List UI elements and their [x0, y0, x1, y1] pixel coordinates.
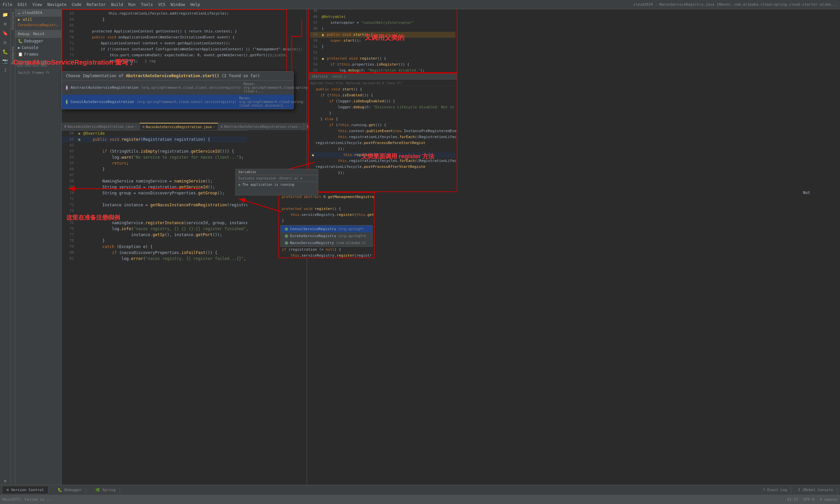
tr-line-55: 55 log.debug(0: "Registration disabled."…	[310, 68, 456, 73]
main-code-editor[interactable]: 60 ◈ @Override 61 ● public void register…	[62, 130, 247, 485]
code-line-68: 68 NamingService namingService = namingS…	[62, 178, 247, 184]
registry-eureka[interactable]: EurekaServiceRegistry (org.springfro	[281, 232, 372, 239]
jrebel-icon[interactable]: J	[1, 66, 9, 74]
tree-header: ☁ cloud2024	[15, 9, 61, 17]
bottom-tabs-bar: ≡ Version Control 🐛 Debugger 🌿 Spring ? …	[0, 485, 840, 495]
left-sidebar-icons: 📁 ⊞ 🔖 ⚙ 🐛 📷 J ≡	[0, 9, 11, 485]
bg-line-65: 65	[62, 22, 307, 29]
bra-line-2	[280, 200, 373, 206]
menu-tools[interactable]: Tools	[141, 2, 153, 7]
abstract-icon: A	[66, 86, 68, 90]
menu-code[interactable]: Code	[72, 2, 82, 7]
bra-line-7: this.serviceRegistry.register(registr	[280, 253, 373, 258]
menu-vcs[interactable]: VCS	[158, 2, 166, 7]
bookmark-icon[interactable]: 🔖	[1, 29, 9, 37]
event-log-tab[interactable]: ? Event Log	[759, 486, 791, 493]
frames-label: Frames	[24, 52, 38, 57]
menu-edit[interactable]: Edit	[18, 2, 27, 7]
tab1-close[interactable]: ×	[213, 125, 215, 129]
code-line-61: 61 ● public void register(Registration r…	[62, 137, 247, 142]
structure-icon[interactable]: ⊞	[1, 20, 9, 28]
code-line-73: 73	[62, 208, 247, 214]
code-line-64: 64 log.warn("No service to register for …	[62, 154, 247, 160]
mid-right-code: Applied class file, Bytecode version:61.…	[309, 79, 457, 177]
menu-run[interactable]: Run	[128, 2, 136, 7]
mr-line-6: if (!this.running.get()) {	[310, 122, 456, 128]
bottom-right-abstract-panel: protected abstract R getManagementRegist…	[278, 192, 375, 258]
status-encoding: UTF-8	[804, 497, 815, 502]
consul-icon: C	[66, 100, 68, 104]
impl-count: 2 found so far	[224, 73, 258, 78]
camera-icon[interactable]: 📷	[1, 57, 9, 65]
impl-consul-name: ConsulAutoServiceRegistration	[70, 100, 134, 104]
mr-line-start: public void start() {	[310, 86, 456, 92]
debugger-label: Debugger	[24, 39, 44, 43]
mr-line-10: });	[310, 146, 456, 152]
tab-abstract[interactable]: A AbstractAutoServiceRegistration.class …	[218, 123, 304, 130]
tr-line-46: 46 @Retryable(	[310, 14, 456, 20]
code-line-60: 60 ◈ @Override	[62, 130, 247, 137]
tr-line-48: 48 )	[310, 26, 456, 32]
spring-tab[interactable]: 🌿 Spring	[91, 486, 120, 493]
menu-navigate[interactable]: Navigate	[47, 2, 67, 7]
menu-view[interactable]: View	[33, 2, 42, 7]
status-right: 61:17 UTF-8 4 spaces	[787, 497, 837, 502]
menu-file[interactable]: File	[3, 2, 12, 7]
registry-consul[interactable]: ConsulServiceRegistry (org.springfr	[281, 226, 372, 232]
debug-tab-debugger[interactable]: 🐛 Debugger	[15, 38, 61, 44]
prepare-instance-annotation: 这里在准备注册实例	[66, 214, 120, 221]
project-icon[interactable]: 📁	[1, 11, 9, 19]
registry-nacos[interactable]: NacosServiceRegistry (com.alibaba.cl	[281, 239, 372, 246]
status-bar: Main3377: Failed to ... 61:17 UTF-8 4 sp…	[0, 495, 840, 504]
settings-icon[interactable]: ⚙	[1, 38, 9, 47]
status-indent: 4 spaces	[820, 497, 837, 502]
tab1-label: NacosAutoServiceRegistration.java	[146, 125, 212, 129]
code-line-65: 65 return;	[62, 160, 247, 166]
bg-line-64: 64 }	[62, 17, 307, 22]
debug-tab-console[interactable]: ▶ Console	[15, 44, 61, 51]
tree-item-util[interactable]: ▶ util	[15, 17, 61, 22]
tab0-label: NacosAutoServiceRegistration.java	[68, 125, 134, 128]
code-line-71: 71	[62, 196, 247, 202]
impl-abstract-maven: Maven: org.springframework.cloud:spring-…	[244, 82, 310, 93]
mid-right-subtitle: Applied class file, Bytecode version:61.…	[310, 81, 456, 86]
impl-item-abstract[interactable]: A AbstractAutoServiceRegistration (org.s…	[62, 80, 293, 95]
status-line-col: 61:17	[787, 497, 798, 502]
menu-help[interactable]: Help	[190, 2, 200, 7]
mr-line-13: });	[310, 170, 456, 176]
debug-frames[interactable]: 📋 Frames	[15, 51, 61, 58]
debug-icon[interactable]: 🐛	[1, 48, 9, 56]
impl-item-consul[interactable]: C ConsulAutoServiceRegistration (org.spr…	[62, 95, 293, 109]
tab-nacos-auto[interactable]: N NacosAutoServiceRegistration.java ×	[62, 123, 140, 130]
editor-tabs: N NacosAutoServiceRegistration.java × N …	[62, 123, 247, 130]
code-line-62: 62	[62, 142, 247, 148]
debugger-tab[interactable]: 🐛 Debugger	[54, 486, 87, 493]
nacos-registry-name: NacosServiceRegistry	[290, 241, 334, 245]
code-line-76: 76 log.info("nacos registry, {} {} {}:{}…	[62, 226, 247, 232]
jrebel-tab[interactable]: J JRebel Console	[794, 486, 837, 493]
bg-line-63: 63 this.registrationLifecycles.add(regis…	[62, 11, 307, 17]
structure-bottom-icon[interactable]: ≡	[1, 477, 9, 485]
tab0-close[interactable]: ×	[135, 125, 137, 128]
bg-line-66: 66 protected ApplicationContext getConte…	[62, 29, 307, 34]
code-line-66: 66 }	[62, 166, 247, 172]
tab2-close[interactable]: ×	[299, 125, 301, 128]
code-line-69: 69 String serviceId = registration.getSe…	[62, 184, 247, 190]
variables-panel: Variables Evaluate expression (Enter) or…	[235, 169, 318, 195]
impl-popup[interactable]: Choose Implementation of AbstractAutoSer…	[62, 71, 294, 109]
mr-line-12: registrationLifecycle.postProcessAfterSt…	[310, 164, 456, 170]
menu-window[interactable]: Window	[171, 2, 185, 7]
eureka-registry-name: EurekaServiceRegistry	[290, 234, 336, 238]
evaluate-expression[interactable]: Evaluate expression (Enter) or a	[236, 175, 318, 181]
bra-line-4: this.serviceRegistry.register(this.getRe…	[280, 212, 373, 218]
tr-line-54: 54 if (!this.properties.isRegister()) {	[310, 61, 456, 68]
menu-build[interactable]: Build	[111, 2, 123, 7]
structure-label[interactable]: Structure	[11, 12, 15, 30]
version-control-tab[interactable]: ≡ Version Control	[3, 486, 48, 493]
menu-refactor[interactable]: Refactor	[87, 2, 106, 7]
tr-line-51: 51 }	[310, 44, 456, 50]
not-text: Not	[803, 191, 810, 195]
tab-nacos-active[interactable]: N NacosAutoServiceRegistration.java ×	[140, 123, 218, 130]
br-abstract-code: protected abstract R getManagementRegist…	[279, 193, 374, 258]
project-tree: ☁ cloud2024 ▶ util CurosServiceRegistry …	[15, 9, 62, 485]
